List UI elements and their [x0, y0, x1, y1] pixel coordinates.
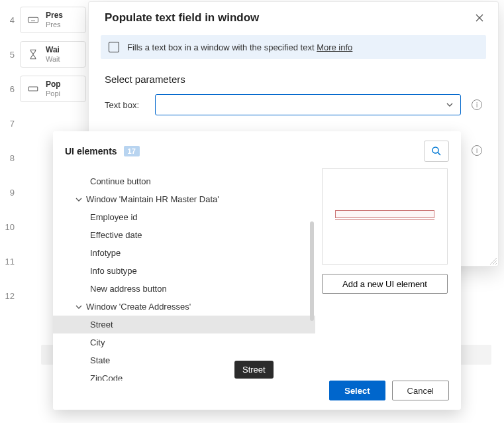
info-icon[interactable]: i — [472, 99, 482, 110]
svg-rect-1 — [28, 87, 38, 91]
chevron-down-icon — [76, 196, 82, 203]
info-text: Fills a text box in a window with the sp… — [127, 42, 317, 52]
step-5: 5 Wai Wait — [0, 41, 86, 68]
ui-elements-picker: UI elements 17 Continue button Window 'M… — [53, 131, 461, 410]
step-card[interactable]: Pres Pres — [20, 7, 86, 32]
tree-item-info-subtype[interactable]: Info subtype — [53, 262, 315, 280]
tree-item-state[interactable]: State — [53, 351, 315, 369]
step-number: 10 — [0, 222, 20, 232]
keyboard-icon — [27, 14, 39, 26]
step-card[interactable]: Pop Popi — [20, 76, 86, 101]
more-info-link[interactable]: More info — [317, 42, 352, 52]
tree-item-city[interactable]: City — [53, 333, 315, 351]
elements-count-badge: 17 — [124, 146, 140, 156]
step-number: 5 — [0, 50, 20, 60]
svg-point-2 — [432, 147, 438, 153]
textfield-icon — [109, 42, 119, 52]
textbox-icon — [27, 83, 39, 95]
section-title: Select parameters — [105, 74, 498, 85]
tooltip-street: Street — [234, 361, 274, 379]
chevron-down-icon — [446, 101, 454, 109]
select-button[interactable]: Select — [329, 381, 385, 400]
step-number: 11 — [0, 257, 20, 267]
step-number: 6 — [0, 84, 20, 94]
tree-item-effective-date[interactable]: Effective date — [53, 226, 315, 244]
modal-title: Populate text field in window — [105, 11, 259, 25]
hourglass-icon — [27, 48, 39, 60]
search-button[interactable] — [424, 141, 449, 162]
tree-item-street[interactable]: Street — [53, 316, 315, 333]
close-icon[interactable] — [474, 13, 485, 23]
step-number: 9 — [0, 188, 20, 198]
tree-item-zipcode[interactable]: ZipCode — [53, 369, 315, 381]
add-ui-element-button[interactable]: Add a new UI element — [322, 274, 448, 294]
param-label-textbox: Text box: — [105, 100, 144, 110]
tree-item-new-address[interactable]: New address button — [53, 280, 315, 298]
step-number: 12 — [0, 291, 20, 301]
info-strip: Fills a text box in a window with the sp… — [101, 35, 486, 59]
picker-title: UI elements — [65, 146, 117, 156]
tree-group-label: Window 'Maintain HR Master Data' — [86, 194, 219, 204]
tree-group-maintain-hr[interactable]: Window 'Maintain HR Master Data' — [53, 190, 315, 208]
preview-pane: Add a new UI element — [315, 168, 461, 381]
step-6: 6 Pop Popi — [0, 76, 86, 102]
step-title: Wai — [46, 46, 60, 54]
elements-tree: Continue button Window 'Maintain HR Mast… — [53, 168, 315, 381]
step-number: 7 — [0, 119, 20, 129]
step-title: Pres — [46, 11, 63, 20]
element-preview — [322, 168, 448, 265]
textbox-dropdown[interactable] — [155, 94, 461, 115]
chevron-down-icon — [76, 304, 82, 310]
step-title: Pop — [46, 80, 61, 89]
cancel-button[interactable]: Cancel — [392, 381, 449, 400]
step-sub: Popi — [46, 90, 61, 97]
svg-rect-0 — [28, 17, 38, 23]
tree-item-continue[interactable]: Continue button — [53, 172, 315, 190]
step-4: 4 Pres Pres — [0, 7, 86, 33]
info-icon[interactable]: i — [472, 145, 482, 156]
tree-item-infotype[interactable]: Infotype — [53, 244, 315, 262]
search-icon — [430, 145, 442, 157]
tree-group-label: Window 'Create Addresses' — [86, 302, 191, 312]
step-sub: Wait — [46, 55, 60, 63]
resize-grip-icon[interactable] — [489, 257, 497, 265]
step-number: 8 — [0, 153, 20, 163]
tree-group-create-addresses[interactable]: Window 'Create Addresses' — [53, 298, 315, 316]
step-card[interactable]: Wai Wait — [20, 41, 86, 67]
step-sub: Pres — [46, 21, 63, 29]
tree-item-employee-id[interactable]: Employee id — [53, 208, 315, 226]
step-number: 4 — [0, 15, 20, 25]
scrollbar[interactable] — [310, 221, 314, 321]
